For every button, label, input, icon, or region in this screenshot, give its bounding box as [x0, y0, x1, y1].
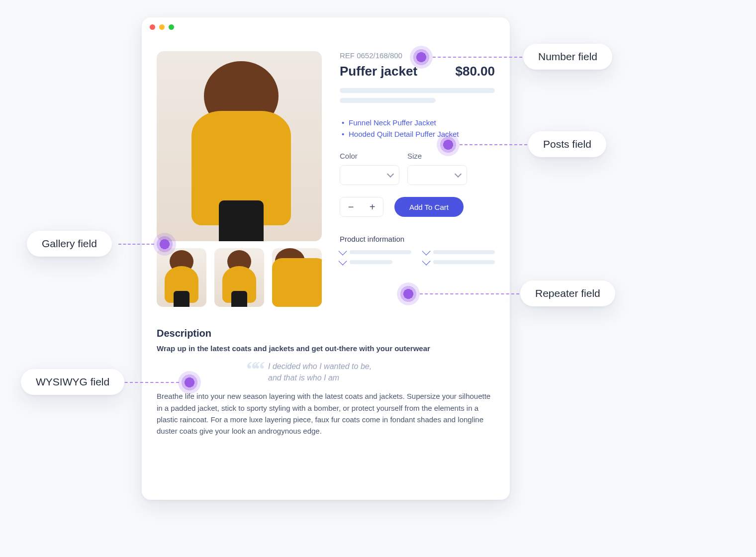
annotation-marker-posts	[437, 133, 460, 156]
annotation-pill-posts: Posts field	[528, 131, 606, 157]
window-titlebar	[142, 17, 510, 37]
placeholder-line	[350, 260, 392, 264]
placeholder-line	[433, 260, 495, 264]
plus-icon[interactable]: +	[370, 202, 376, 212]
jacket-illustration	[157, 51, 322, 241]
minimize-icon[interactable]	[159, 24, 165, 30]
quote-icon: ““	[246, 361, 262, 383]
placeholder-line	[340, 88, 495, 93]
add-to-cart-button[interactable]: Add To Cart	[394, 197, 464, 217]
chevron-down-icon	[455, 171, 462, 178]
browser-window: REF 0652/168/800 Puffer jacket $80.00 Fu…	[142, 17, 510, 500]
annotation-connector	[460, 144, 527, 145]
annotation-marker-number	[410, 46, 433, 69]
description-heading: Description	[157, 328, 495, 339]
annotation-marker-repeater	[397, 282, 420, 305]
minus-icon[interactable]: −	[348, 202, 354, 212]
placeholder-line	[350, 250, 411, 254]
thumbnail-3[interactable]	[272, 248, 322, 307]
related-post-link[interactable]: Funnel Neck Puffer Jacket	[340, 117, 495, 128]
placeholder-line	[340, 98, 436, 103]
thumbnail-2[interactable]	[214, 248, 264, 307]
info-item	[423, 260, 495, 264]
size-label: Size	[407, 152, 467, 160]
zoom-icon[interactable]	[169, 24, 174, 30]
product-info-heading: Product information	[340, 235, 495, 243]
related-posts-list: Funnel Neck Puffer Jacket Hooded Quilt D…	[340, 117, 495, 140]
close-icon[interactable]	[150, 24, 155, 30]
size-field: Size	[407, 152, 467, 185]
check-icon	[422, 257, 431, 266]
annotation-marker-gallery	[153, 233, 176, 256]
annotation-pill-wysiwyg: WYSIWYG field	[21, 369, 124, 395]
thumbnail-1[interactable]	[157, 248, 206, 307]
annotation-marker-wysiwyg	[178, 371, 201, 394]
product-name: Puffer jacket	[340, 64, 417, 79]
info-item	[340, 250, 411, 254]
description-quote: I decided who I wanted to be, and that i…	[268, 361, 372, 383]
chevron-down-icon	[387, 171, 394, 178]
annotation-pill-number: Number field	[523, 44, 612, 70]
product-details: REF 0652/168/800 Puffer jacket $80.00 Fu…	[340, 51, 495, 307]
quantity-stepper[interactable]: − +	[340, 197, 383, 217]
thumbnail-row	[157, 248, 322, 307]
main-product-image[interactable]	[157, 51, 322, 241]
product-price: $80.00	[455, 64, 495, 79]
product-gallery	[157, 51, 322, 307]
description-body: Breathe life into your new season layeri…	[157, 390, 495, 437]
placeholder-line	[433, 250, 495, 254]
related-post-link[interactable]: Hooded Quilt Detail Puffer Jacket	[340, 128, 495, 140]
color-select[interactable]	[340, 165, 399, 185]
size-select[interactable]	[407, 165, 467, 185]
annotation-pill-gallery: Gallery field	[27, 231, 112, 257]
annotation-pill-repeater: Repeater field	[520, 280, 615, 306]
annotation-connector	[420, 293, 519, 294]
color-field: Color	[340, 152, 399, 185]
annotation-connector	[118, 244, 154, 245]
info-item	[423, 250, 495, 254]
product-info-grid	[340, 250, 495, 264]
info-item	[340, 260, 411, 264]
description-lead: Wrap up in the latest coats and jackets …	[157, 344, 495, 353]
color-label: Color	[340, 152, 399, 160]
check-icon	[339, 247, 347, 256]
check-icon	[339, 257, 347, 266]
check-icon	[422, 247, 431, 256]
annotation-connector	[433, 57, 522, 58]
